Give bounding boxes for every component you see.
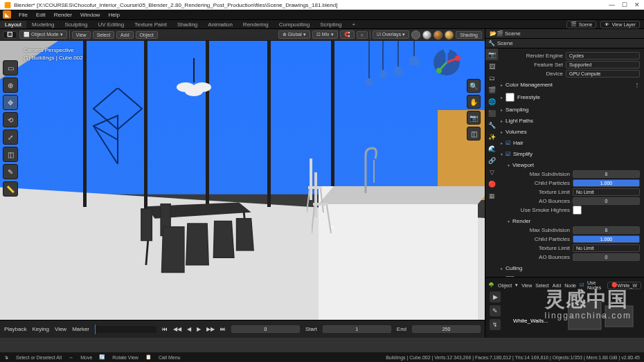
- tool-scale[interactable]: ⤢: [3, 129, 18, 145]
- tab-constraint[interactable]: 🔗: [485, 154, 498, 166]
- shader-view[interactable]: View: [521, 283, 532, 288]
- tl-keying[interactable]: Keying: [32, 326, 48, 332]
- tab-world[interactable]: 🌐: [485, 96, 498, 107]
- engine-dropdown[interactable]: Cycles: [566, 52, 640, 60]
- vp-maxsub[interactable]: 8: [573, 170, 640, 178]
- tab-scene[interactable]: 🎬: [485, 84, 498, 96]
- node-select[interactable]: ▶: [490, 291, 501, 302]
- nav-zoom[interactable]: 🔍: [467, 79, 481, 93]
- workspace-scripting[interactable]: Scripting: [315, 21, 346, 28]
- editor-type[interactable]: 🔳: [3, 31, 17, 39]
- menu-help[interactable]: Help: [105, 11, 123, 19]
- shader-select[interactable]: Select: [535, 283, 548, 288]
- rd-maxsub[interactable]: 8: [573, 226, 640, 234]
- panel-color-mgmt[interactable]: ▸Color Management⋮: [501, 80, 640, 89]
- tool-select[interactable]: ▭: [3, 60, 18, 75]
- node-annotate[interactable]: ✎: [490, 305, 501, 316]
- proportional-toggle[interactable]: ○: [357, 31, 368, 39]
- view-menu[interactable]: View: [72, 31, 91, 39]
- shader-object-menu[interactable]: Object: [498, 283, 512, 288]
- tab-render[interactable]: 📷: [485, 48, 498, 60]
- tl-view[interactable]: View: [55, 326, 66, 332]
- vp-ao[interactable]: 0: [573, 197, 640, 205]
- tool-rotate[interactable]: ⟲: [3, 112, 18, 127]
- viewlayer-selector[interactable]: 👁 View Layer: [600, 21, 640, 28]
- shader-type[interactable]: 🌳: [488, 282, 494, 288]
- tab-viewlayer[interactable]: 🗂: [485, 72, 498, 84]
- use-nodes[interactable]: Use Nodes: [587, 280, 604, 290]
- tab-texture[interactable]: ▦: [485, 190, 498, 201]
- nav-camera[interactable]: 📷: [467, 111, 481, 125]
- pivot-dropdown[interactable]: ⊡ Mix ▾: [312, 30, 338, 39]
- rd-childpart[interactable]: 1.000: [573, 235, 640, 243]
- panel-volumes[interactable]: ▸Volumes: [501, 127, 640, 136]
- object-menu[interactable]: Object: [136, 31, 158, 39]
- tool-annotate[interactable]: ✎: [3, 164, 18, 179]
- tab-object[interactable]: ⬛: [485, 107, 498, 119]
- node-preview[interactable]: [568, 302, 634, 332]
- tool-transform[interactable]: ◫: [3, 147, 18, 162]
- minimize-button[interactable]: —: [609, 1, 615, 8]
- freestyle-check[interactable]: [506, 93, 515, 102]
- rd-ao[interactable]: 0: [573, 253, 640, 261]
- tl-play[interactable]: ▶: [197, 326, 201, 332]
- add-menu[interactable]: Add: [116, 31, 133, 39]
- overlays-toggle[interactable]: ☑ Overlays ▾: [373, 30, 410, 39]
- workspace-compositing[interactable]: Compositing: [274, 21, 314, 28]
- vp-texlim[interactable]: No Limit: [573, 188, 640, 196]
- shader-add[interactable]: Add: [553, 283, 561, 288]
- menu-render[interactable]: Render: [51, 11, 75, 19]
- props-breadcrumb[interactable]: Scene: [497, 40, 513, 46]
- tab-output[interactable]: 🖼: [485, 60, 498, 72]
- panel-simplify[interactable]: ▾☑Simplify: [501, 150, 640, 159]
- workspace-shading[interactable]: Shading: [172, 21, 202, 28]
- snap-toggle[interactable]: 🧲: [340, 30, 355, 39]
- workspace-sculpting[interactable]: Sculpting: [60, 21, 93, 28]
- panel-sampling[interactable]: ▸Sampling: [501, 105, 640, 114]
- tl-current[interactable]: 0: [231, 325, 300, 333]
- shading-dropdown[interactable]: Shading: [456, 31, 482, 39]
- props-type[interactable]: 🔧: [488, 40, 495, 46]
- tl-prev-key[interactable]: ◀◀: [173, 326, 181, 332]
- outliner-type[interactable]: 📂: [490, 30, 497, 37]
- nav-persp[interactable]: ◫: [467, 127, 481, 141]
- node-links[interactable]: ↯: [490, 319, 501, 330]
- panel-simplify-render[interactable]: ▾Render: [508, 217, 640, 226]
- orientation-dropdown[interactable]: ⊕ Global ▾: [278, 30, 310, 39]
- tl-end[interactable]: 250: [412, 325, 481, 333]
- tl-next-key[interactable]: ▶▶: [206, 326, 215, 332]
- tab-physics[interactable]: 🌊: [485, 143, 498, 154]
- workspace-uv[interactable]: UV Editing: [93, 21, 129, 28]
- timeline-track[interactable]: [95, 326, 156, 333]
- shading-solid[interactable]: [411, 30, 420, 39]
- workspace-animation[interactable]: Animation: [203, 21, 238, 28]
- material-slot[interactable]: 🔴 White_W: [607, 282, 641, 289]
- workspace-texpaint[interactable]: Texture Paint: [129, 21, 172, 28]
- tool-cursor[interactable]: ⊕: [3, 78, 18, 93]
- menu-window[interactable]: Window: [77, 11, 103, 19]
- tab-modifier[interactable]: 🔧: [485, 119, 498, 131]
- panel-hair[interactable]: ▸☑Hair: [501, 138, 640, 147]
- scene-selector[interactable]: 🎬 Scene: [566, 21, 597, 28]
- tab-mesh[interactable]: ▽: [485, 166, 498, 178]
- vp-smoke-check[interactable]: [573, 206, 582, 215]
- close-button[interactable]: ✕: [634, 1, 640, 8]
- workspace-rendering[interactable]: Rendering: [238, 21, 274, 28]
- shading-render[interactable]: [445, 30, 454, 39]
- panel-freestyle[interactable]: ▸Freestyle: [501, 91, 640, 103]
- select-menu[interactable]: Select: [93, 31, 114, 39]
- featureset-dropdown[interactable]: Supported: [566, 61, 640, 69]
- workspace-modeling[interactable]: Modeling: [27, 21, 59, 28]
- tl-marker[interactable]: Marker: [72, 326, 89, 332]
- menu-edit[interactable]: Edit: [33, 11, 49, 19]
- maximize-button[interactable]: ☐: [622, 1, 627, 8]
- panel-culling[interactable]: ▸Culling: [501, 264, 640, 273]
- nav-gizmo[interactable]: [432, 48, 461, 77]
- tl-start[interactable]: 1: [323, 325, 391, 333]
- 3d-viewport[interactable]: Camera Perspective (1) Buildings | Cube.…: [0, 41, 485, 320]
- tab-particle[interactable]: ✨: [485, 131, 498, 143]
- panel-lightpaths[interactable]: ▸Light Paths: [501, 116, 640, 125]
- menu-file[interactable]: File: [15, 11, 31, 19]
- vp-childpart[interactable]: 1.000: [573, 179, 640, 187]
- nav-pan[interactable]: ✋: [467, 95, 481, 109]
